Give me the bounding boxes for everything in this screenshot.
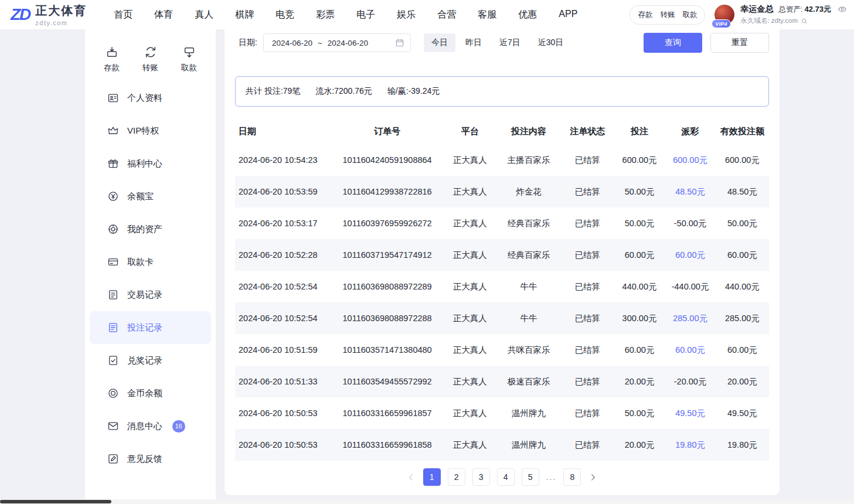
vip-icon: [107, 125, 119, 137]
horizontal-scrollbar[interactable]: [0, 499, 854, 504]
page-button[interactable]: 5: [522, 468, 539, 486]
table-row: 2024-06-20 10:54:231011604240591908864正大…: [235, 144, 769, 176]
sidebar-item[interactable]: 余额宝: [90, 180, 211, 213]
logo[interactable]: ZD 正大体育 zdty.com: [11, 3, 87, 26]
date-separator: ~: [318, 39, 322, 47]
user-row-primary: 幸运金总 总资产: 42.73元: [740, 4, 847, 15]
nav-item[interactable]: 客服: [478, 9, 496, 21]
table-row: 2024-06-20 10:51:591011603571471380480正大…: [235, 334, 769, 366]
total-assets: 总资产: 42.73元: [778, 4, 831, 15]
cell-content: 牛牛: [496, 271, 560, 302]
next-page-button[interactable]: [588, 472, 598, 482]
page-button[interactable]: 2: [448, 468, 465, 486]
avatar[interactable]: VIP4: [714, 5, 734, 25]
cell-order: 1011603549455572992: [331, 366, 443, 397]
sidebar-item[interactable]: 意见反馈: [90, 442, 211, 475]
cell-content: 炸金花: [496, 176, 560, 207]
cell-date: 2024-06-20 10:52:54: [235, 271, 331, 302]
cell-valid: 600.00元: [716, 144, 769, 176]
wallet-actions: 存款转账取款: [630, 5, 705, 25]
bets-table: 日期订单号平台投注内容注单状态投注派彩有效投注额 2024-06-20 10:5…: [235, 118, 769, 461]
sidebar-shortcut[interactable]: 转账: [142, 46, 158, 73]
sidebar-item[interactable]: 福利中心: [90, 147, 211, 180]
messages-icon: [107, 420, 119, 432]
cell-bet: 20.00元: [614, 429, 665, 461]
cell-date: 2024-06-20 10:50:53: [235, 397, 331, 429]
nav-item[interactable]: 体育: [154, 9, 173, 21]
nav-item[interactable]: 娱乐: [397, 9, 416, 21]
cell-content: 牛牛: [496, 302, 560, 334]
cell-payout: 285.00元: [665, 302, 716, 334]
range-button[interactable]: 今日: [424, 33, 455, 52]
sidebar: 存款转账取款 个人资料VIP特权福利中心余额宝我的资产取款卡交易记录投注记录兑奖…: [85, 29, 216, 499]
range-button[interactable]: 近30日: [530, 33, 571, 52]
sidebar-item[interactable]: 取款卡: [90, 246, 211, 278]
search-icon[interactable]: [801, 18, 808, 25]
welfare-icon: [107, 158, 119, 169]
nav-item[interactable]: 棋牌: [235, 9, 254, 21]
cell-order: 1011604129938722816: [331, 176, 443, 207]
table-row: 2024-06-20 10:52:541011603698088972288正大…: [235, 302, 769, 334]
query-button[interactable]: 查询: [644, 33, 702, 53]
cell-valid: 60.00元: [716, 334, 769, 366]
cell-platform: 正大真人: [443, 334, 496, 366]
nav-item[interactable]: 电子: [356, 9, 375, 21]
sidebar-item[interactable]: 我的资产: [90, 213, 211, 246]
eye-icon[interactable]: [838, 5, 847, 14]
sidebar-item-label: 交易记录: [127, 290, 162, 301]
sidebar-item[interactable]: 投注记录: [90, 311, 211, 344]
wallet-action-button[interactable]: 转账: [660, 10, 675, 20]
sidebar-item[interactable]: 个人资料: [90, 81, 211, 114]
nav-item[interactable]: 电竞: [275, 9, 294, 21]
cell-platform: 正大真人: [443, 144, 496, 176]
cell-content: 极速百家乐: [496, 366, 560, 397]
page-button[interactable]: 1: [423, 468, 441, 486]
table-body: 2024-06-20 10:54:231011604240591908864正大…: [235, 144, 769, 461]
nav-item[interactable]: 优惠: [518, 9, 537, 21]
nav-item[interactable]: 首页: [114, 9, 132, 21]
date-range-input[interactable]: 2024-06-20 ~ 2024-06-20: [263, 33, 411, 52]
page-button[interactable]: 8: [563, 468, 581, 486]
wallet-action-button[interactable]: 取款: [682, 10, 697, 20]
cell-order: 1011603316659961858: [331, 429, 443, 461]
sidebar-item-label: 我的资产: [127, 224, 162, 235]
scrollbar-thumb[interactable]: [0, 500, 111, 503]
nav-item[interactable]: APP: [559, 9, 577, 21]
nav-item[interactable]: 彩票: [316, 9, 335, 21]
cell-order: 1011603976959926272: [331, 207, 443, 239]
sidebar-item[interactable]: 消息中心16: [90, 410, 211, 442]
sidebar-item-label: 福利中心: [127, 158, 162, 169]
user-info: 幸运金总 总资产: 42.73元 永久域名: zdty.com: [740, 4, 847, 25]
cell-platform: 正大真人: [443, 366, 496, 397]
calendar-icon[interactable]: [395, 38, 404, 47]
cell-order: 1011604240591908864: [331, 144, 443, 176]
quick-ranges: 今日昨日近7日近30日: [424, 33, 571, 52]
nav-item[interactable]: 真人: [195, 9, 213, 21]
cell-date: 2024-06-20 10:53:17: [235, 207, 331, 239]
sidebar-item[interactable]: 交易记录: [90, 278, 211, 311]
prev-page-button[interactable]: [406, 472, 416, 482]
cell-status: 已结算: [561, 302, 614, 334]
cell-payout: 19.80元: [665, 429, 716, 461]
range-button[interactable]: 昨日: [458, 33, 489, 52]
username: 幸运金总: [740, 4, 773, 15]
page-button[interactable]: 4: [497, 468, 515, 486]
cell-platform: 正大真人: [443, 176, 496, 207]
deposit-icon: [106, 46, 118, 59]
cell-payout: -50.00元: [665, 207, 716, 239]
filter-actions: 查询 重置: [644, 33, 769, 53]
sidebar-shortcut[interactable]: 存款: [104, 46, 120, 73]
nav-item[interactable]: 合营: [437, 9, 456, 21]
summary-turnover: 流水:7200.76元: [315, 86, 372, 97]
cell-date: 2024-06-20 10:52:28: [235, 239, 331, 271]
sidebar-shortcut[interactable]: 取款: [181, 46, 197, 73]
sidebar-item[interactable]: VIP特权: [90, 114, 211, 147]
range-button[interactable]: 近7日: [492, 33, 528, 52]
reset-button[interactable]: 重置: [710, 33, 769, 53]
wallet-action-button[interactable]: 存款: [638, 10, 652, 20]
cell-bet: 20.00元: [614, 366, 665, 397]
sidebar-item[interactable]: 兑奖记录: [90, 344, 211, 377]
cell-status: 已结算: [561, 397, 614, 429]
sidebar-item[interactable]: 金币余额: [90, 377, 211, 410]
page-button[interactable]: 3: [472, 468, 490, 486]
